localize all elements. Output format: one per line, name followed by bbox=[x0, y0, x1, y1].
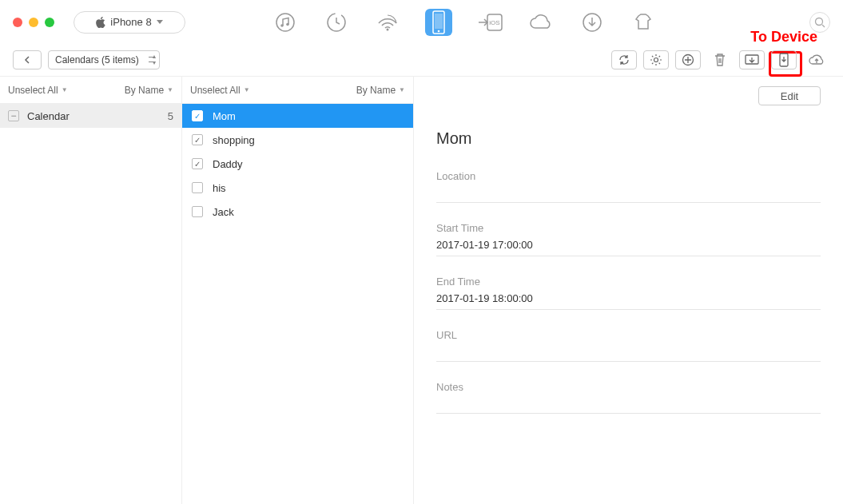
cloud-upload-icon bbox=[808, 54, 825, 66]
apple-icon bbox=[96, 17, 105, 28]
svg-rect-6 bbox=[435, 14, 443, 29]
dropdown-icon: ▼ bbox=[167, 86, 173, 93]
event-checkbox[interactable] bbox=[192, 134, 203, 145]
music-tab-icon[interactable] bbox=[272, 9, 299, 36]
search-icon bbox=[814, 17, 825, 28]
end-time-label: End Time bbox=[436, 276, 821, 288]
phone-tab-icon[interactable] bbox=[425, 9, 452, 36]
event-row[interactable]: Daddy bbox=[182, 152, 413, 176]
window-controls bbox=[13, 18, 54, 27]
event-row[interactable]: his bbox=[182, 176, 413, 200]
svg-point-11 bbox=[816, 18, 823, 25]
chevron-left-icon bbox=[23, 56, 31, 64]
edit-label: Edit bbox=[781, 90, 798, 102]
category-label: Calendars (5 items) bbox=[55, 54, 139, 65]
download-tab-icon[interactable] bbox=[579, 9, 606, 36]
close-window-button[interactable] bbox=[13, 18, 22, 27]
calendar-count: 5 bbox=[168, 110, 173, 122]
event-checkbox[interactable] bbox=[192, 110, 203, 121]
shirt-tab-icon[interactable] bbox=[630, 9, 657, 36]
to-device-button[interactable] bbox=[771, 50, 797, 69]
gear-icon bbox=[650, 54, 662, 66]
col2-sort-label: By Name bbox=[356, 85, 396, 96]
to-cloud-button[interactable] bbox=[803, 50, 830, 69]
svg-point-2 bbox=[286, 22, 289, 26]
col2-unselect-label: Unselect All bbox=[190, 85, 241, 96]
calendar-row[interactable]: − Calendar 5 bbox=[0, 104, 181, 128]
location-value bbox=[436, 187, 821, 203]
maximize-window-button[interactable] bbox=[45, 18, 54, 27]
location-label: Location bbox=[436, 170, 821, 182]
event-row[interactable]: Mom bbox=[182, 104, 413, 128]
svg-text:iOS: iOS bbox=[489, 19, 499, 26]
event-name: shopping bbox=[213, 134, 255, 146]
event-row[interactable]: Jack bbox=[182, 200, 413, 224]
event-checkbox[interactable] bbox=[192, 206, 203, 217]
settings-button[interactable] bbox=[643, 50, 669, 69]
plus-circle-icon bbox=[682, 54, 694, 66]
stepper-icon: ▴▾ bbox=[153, 54, 156, 66]
wifi-tab-icon[interactable] bbox=[374, 9, 401, 36]
to-device-icon bbox=[778, 53, 789, 67]
device-label: iPhone 8 bbox=[110, 16, 151, 28]
backup-tab-icon[interactable] bbox=[323, 9, 350, 36]
collapse-icon[interactable]: − bbox=[8, 110, 19, 121]
to-mac-icon bbox=[745, 54, 759, 65]
svg-point-12 bbox=[654, 58, 658, 62]
cloud-tab-icon[interactable] bbox=[527, 9, 555, 36]
col1-sort[interactable]: By Name ▼ bbox=[125, 85, 173, 96]
event-row[interactable]: shopping bbox=[182, 128, 413, 152]
refresh-icon bbox=[618, 54, 630, 65]
category-selector[interactable]: Calendars (5 items) ▴▾ bbox=[48, 50, 160, 69]
add-button[interactable] bbox=[675, 50, 701, 69]
url-value bbox=[436, 346, 821, 362]
minimize-window-button[interactable] bbox=[29, 18, 38, 27]
svg-point-7 bbox=[438, 30, 440, 32]
notes-label: Notes bbox=[436, 381, 821, 393]
event-checkbox[interactable] bbox=[192, 182, 203, 193]
to-mac-button[interactable] bbox=[739, 50, 765, 69]
device-selector[interactable]: iPhone 8 bbox=[74, 11, 185, 34]
dropdown-icon: ▼ bbox=[244, 86, 250, 93]
ios-tab-icon[interactable]: iOS bbox=[476, 9, 503, 36]
svg-point-0 bbox=[276, 14, 294, 31]
search-button[interactable] bbox=[809, 12, 830, 33]
refresh-button[interactable] bbox=[611, 50, 637, 69]
event-name: Jack bbox=[213, 206, 234, 218]
end-time-value: 2017-01-19 18:00:00 bbox=[436, 292, 821, 310]
event-checkbox[interactable] bbox=[192, 158, 203, 169]
col1-unselect-all[interactable]: Unselect All ▼ bbox=[8, 85, 68, 96]
trash-icon bbox=[714, 53, 726, 67]
back-button[interactable] bbox=[13, 50, 42, 69]
url-label: URL bbox=[436, 329, 821, 341]
event-title: Mom bbox=[436, 129, 821, 148]
event-name: Daddy bbox=[213, 158, 243, 170]
col2-sort[interactable]: By Name ▼ bbox=[356, 85, 405, 96]
start-time-label: Start Time bbox=[436, 222, 821, 234]
delete-button[interactable] bbox=[707, 50, 733, 69]
svg-point-1 bbox=[280, 24, 284, 27]
calendar-name: Calendar bbox=[27, 110, 70, 122]
notes-value bbox=[436, 398, 821, 414]
chevron-down-icon bbox=[157, 20, 163, 24]
start-time-value: 2017-01-19 17:00:00 bbox=[436, 239, 821, 256]
event-name: Mom bbox=[213, 110, 236, 122]
dropdown-icon: ▼ bbox=[399, 86, 405, 93]
col1-sort-label: By Name bbox=[125, 85, 164, 96]
event-name: his bbox=[213, 182, 226, 194]
dropdown-icon: ▼ bbox=[62, 86, 68, 93]
svg-point-4 bbox=[387, 28, 389, 30]
col2-unselect-all[interactable]: Unselect All ▼ bbox=[190, 85, 250, 96]
edit-button[interactable]: Edit bbox=[758, 86, 821, 105]
col1-unselect-label: Unselect All bbox=[8, 85, 58, 96]
